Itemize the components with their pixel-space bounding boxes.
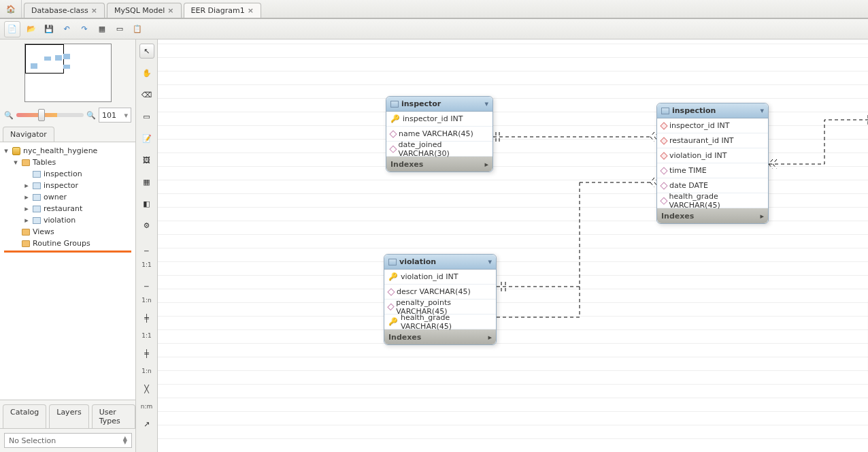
redo-icon: ↷ (81, 25, 87, 33)
tool-note[interactable]: 📝 (139, 131, 154, 146)
chevron-right-icon: ▸ (760, 212, 764, 221)
open-button[interactable]: 📂 (24, 22, 38, 36)
tool-rel-d1n[interactable]: ╪ (139, 346, 154, 361)
undo-button[interactable]: ↶ (60, 22, 73, 36)
tab-mysql-model[interactable]: MySQL Model × (107, 3, 182, 18)
chevron-down-icon[interactable]: ▾ (484, 99, 488, 108)
rel-label-1n: 1:n (141, 297, 151, 304)
save-button[interactable]: 💾 (42, 22, 56, 36)
chevron-down-icon[interactable]: ▾ (760, 106, 764, 115)
entity-header[interactable]: violation▾ (384, 255, 496, 270)
column-row[interactable]: time TIME (657, 163, 768, 178)
diagram-canvas[interactable]: inspector▾ 🔑inspector_id INT name VARCHA… (158, 39, 868, 452)
rel-label-nm: n:m (141, 403, 153, 410)
expand-icon[interactable]: ▸ (23, 181, 30, 190)
table-icon (33, 171, 41, 178)
tool-routine[interactable]: ⚙ (139, 218, 154, 233)
stepper-icon[interactable]: ▲▼ (123, 436, 127, 445)
column-row[interactable]: 🔑inspector_id INT (386, 112, 493, 127)
column-row[interactable]: health_grade VARCHAR(45) (657, 193, 768, 208)
tool-rel-existing[interactable]: ↗ (139, 417, 154, 432)
tree-views[interactable]: Views (0, 226, 135, 238)
tool-rel-11[interactable]: ⎯ (139, 240, 154, 255)
home-tab[interactable]: 🏠 (0, 0, 22, 18)
chevron-down-icon[interactable]: ▾ (124, 111, 128, 120)
selection-dropdown[interactable]: No Selection ▲▼ (4, 433, 132, 448)
indexes-footer[interactable]: Indexes▸ (657, 208, 768, 223)
column-row[interactable]: violation_id INT (657, 148, 768, 163)
tree-item-owner[interactable]: ▸owner (0, 191, 135, 203)
table-icon (33, 194, 41, 201)
column-row[interactable]: inspector_id INT (657, 118, 768, 133)
tab-label: User Types (99, 408, 120, 425)
zoom-out-icon[interactable]: 🔍 (4, 111, 14, 120)
tree-item-inspection[interactable]: inspection (0, 168, 135, 180)
chevron-right-icon: ▸ (484, 160, 488, 169)
tool-layer[interactable]: ▭ (139, 109, 154, 124)
grid-button[interactable]: ▦ (95, 22, 109, 36)
minimap-item (63, 65, 70, 69)
tool-table[interactable]: ▦ (139, 174, 154, 189)
eraser-icon: ⌫ (141, 91, 152, 99)
tree-tables[interactable]: ▾ Tables (0, 157, 135, 168)
tab-user-types[interactable]: User Types (92, 404, 135, 428)
tool-view[interactable]: ◧ (139, 196, 154, 211)
zoom-value[interactable]: 101 ▾ (99, 108, 131, 123)
zoom-in-icon[interactable]: 🔍 (86, 111, 96, 120)
expand-icon[interactable]: ▾ (12, 158, 19, 167)
close-icon[interactable]: × (248, 6, 254, 15)
redo-button[interactable]: ↷ (78, 22, 91, 36)
tab-database-class[interactable]: Database-class × (24, 3, 105, 18)
tree-db[interactable]: ▾ nyc_health_hygiene (0, 145, 135, 157)
tree-routines[interactable]: Routine Groups (0, 238, 135, 249)
tool-eraser[interactable]: ⌫ (139, 87, 154, 102)
column-row[interactable]: 🔑violation_id INT (384, 270, 496, 285)
tree-item-violation[interactable]: ▸violation (0, 214, 135, 226)
close-icon[interactable]: × (167, 6, 173, 15)
tool-rel-nm[interactable]: ╳ (139, 381, 154, 396)
entity-title: inspection (672, 106, 716, 115)
column-row[interactable]: date_joined VARCHAR(30) (386, 142, 493, 157)
tool-rel-d11[interactable]: ╪ (139, 310, 154, 325)
expand-icon[interactable]: ▸ (23, 204, 30, 213)
entity-inspector[interactable]: inspector▾ 🔑inspector_id INT name VARCHA… (386, 96, 493, 172)
entity-inspection[interactable]: inspection▾ inspector_id INT restaurant_… (656, 103, 769, 224)
tool-image[interactable]: 🖼 (139, 152, 154, 167)
tool-rel-1n[interactable]: ⎯ (139, 275, 154, 290)
tab-layers[interactable]: Layers (49, 404, 88, 428)
tab-navigator[interactable]: Navigator (3, 127, 54, 142)
expand-icon[interactable]: ▾ (3, 146, 10, 155)
chevron-down-icon[interactable]: ▾ (488, 257, 492, 266)
entity-header[interactable]: inspector▾ (386, 97, 493, 112)
entity-header[interactable]: inspection▾ (657, 103, 768, 118)
tree-item-restaurant[interactable]: ▸restaurant (0, 203, 135, 214)
note-icon: 📝 (142, 134, 152, 143)
new-file-button[interactable]: 📄 (4, 21, 20, 37)
diamond-icon (387, 288, 395, 295)
align-button[interactable]: ▭ (113, 22, 127, 36)
expand-icon[interactable]: ▸ (23, 193, 30, 201)
column-row[interactable]: 🔑health_grade VARCHAR(45) (384, 314, 496, 329)
rel-label-d11: 1:1 (141, 332, 151, 339)
tab-catalog[interactable]: Catalog (3, 404, 46, 428)
slider-thumb[interactable] (38, 109, 45, 121)
tool-hand[interactable]: ✋ (139, 65, 154, 80)
diamond-icon (389, 130, 397, 138)
tool-pointer[interactable]: ↖ (139, 44, 154, 59)
tab-eer-diagram[interactable]: EER Diagram1 × (184, 3, 262, 18)
column-label: health_grade VARCHAR(45) (401, 313, 492, 331)
tree-item-inspector[interactable]: ▸inspector (0, 180, 135, 191)
close-icon[interactable]: × (91, 6, 97, 15)
zoom-slider[interactable] (16, 113, 84, 117)
expand-icon[interactable]: ▸ (23, 216, 30, 225)
tree-label: owner (44, 193, 67, 201)
tree-label: inspection (44, 170, 82, 178)
column-label: inspector_id INT (669, 121, 729, 130)
indexes-footer[interactable]: Indexes▸ (386, 157, 493, 172)
minimap[interactable] (24, 44, 112, 102)
column-row[interactable]: restaurant_id INT (657, 133, 768, 148)
notes-button[interactable]: 📋 (131, 22, 144, 36)
entity-violation[interactable]: violation▾ 🔑violation_id INT descr VARCH… (384, 254, 497, 345)
column-label: health_grade VARCHAR(45) (669, 192, 764, 210)
indexes-footer[interactable]: Indexes▸ (384, 329, 496, 344)
